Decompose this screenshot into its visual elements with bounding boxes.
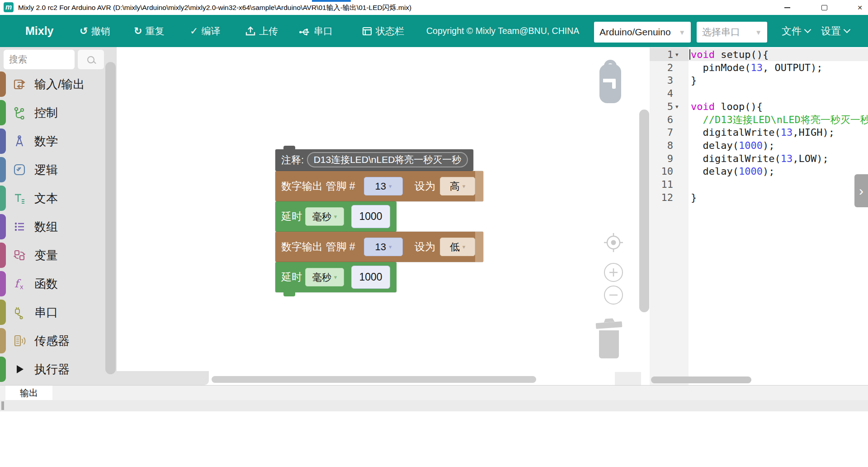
sidebar-item-actuator[interactable]: 执行器 <box>0 355 117 383</box>
window-title: Mixly 2.0 rc2 For Arduino AVR (D:\mixly\… <box>18 0 411 15</box>
block-digital-write-2[interactable]: 数字输出 管脚 # 13 ▾ 设为 低 ▾ <box>275 232 483 262</box>
sidebar-item-array[interactable]: 数组 <box>0 213 117 241</box>
zoom-out-button[interactable] <box>604 286 623 305</box>
statusbar-button[interactable]: 状态栏 <box>362 15 404 47</box>
plus-icon <box>609 267 618 277</box>
serial-icon <box>299 25 311 37</box>
output-resize-handle[interactable] <box>1 401 4 410</box>
block-delay-2[interactable]: 延时 毫秒 ▾ 1000 <box>275 262 396 292</box>
line-number: 2 <box>650 61 673 74</box>
search-input[interactable] <box>4 50 75 69</box>
sidebar-item-label: 数组 <box>34 213 58 241</box>
maximize-button[interactable] <box>811 0 837 15</box>
zoom-in-button[interactable] <box>604 263 623 282</box>
category-color-strip <box>0 300 6 325</box>
upload-button[interactable]: 上传 <box>245 15 278 47</box>
minimize-button[interactable] <box>774 0 800 15</box>
board-selector[interactable]: Arduino/Genuino ▼ <box>594 22 691 43</box>
backpack-icon[interactable] <box>596 58 625 105</box>
serial-label: 串口 <box>314 25 333 38</box>
sidebar-item-function[interactable]: fx函数 <box>0 270 117 298</box>
titlebar: m Mixly 2.0 rc2 For Arduino AVR (D:\mixl… <box>0 0 868 15</box>
code-line-text: delay(1000); <box>691 165 774 178</box>
port-selector-label: 选择串口 <box>702 26 740 38</box>
center-view-icon[interactable] <box>604 233 623 253</box>
category-color-strip <box>0 157 6 182</box>
sidebar-item-label: 输入/输出 <box>34 70 85 98</box>
search-button[interactable] <box>78 50 104 69</box>
block-comment[interactable]: 注释: D13连接LED\nLED将亮一秒灭一秒 <box>275 149 473 171</box>
level-dropdown[interactable]: 高 ▾ <box>440 177 475 195</box>
control-icon <box>12 105 27 120</box>
level-value: 低 <box>450 240 460 254</box>
sidebar-item-math[interactable]: 数学 <box>0 127 117 155</box>
sidebar-item-io[interactable]: 输入/输出 <box>0 70 117 98</box>
menu-file[interactable]: 文件 <box>782 15 810 47</box>
sidebar-item-label: 数学 <box>34 127 58 155</box>
gutter-cell: 7 <box>650 126 689 139</box>
array-icon <box>12 219 27 234</box>
block-digital-write-1[interactable]: 数字输出 管脚 # 13 ▾ 设为 高 ▾ <box>275 171 483 201</box>
pin-dropdown[interactable]: 13 ▾ <box>364 177 403 195</box>
menu-settings[interactable]: 设置 <box>821 15 849 47</box>
gutter-cell: 11 <box>650 178 689 191</box>
collapse-code-panel-button[interactable]: › <box>854 174 868 207</box>
duration-number-block[interactable]: 1000 <box>351 205 390 228</box>
fold-caret-icon[interactable]: ▾ <box>675 100 679 113</box>
sidebar-item-control[interactable]: 控制 <box>0 99 117 127</box>
text-cursor <box>689 49 690 60</box>
compile-label: 编译 <box>201 25 220 38</box>
sidebar-item-label: 执行器 <box>34 355 70 383</box>
comment-block-label: 注释: <box>281 149 304 171</box>
chevron-down-icon: ▼ <box>679 29 685 36</box>
duration-value: 1000 <box>359 271 382 283</box>
compile-button[interactable]: ✓编译 <box>190 15 220 47</box>
tab-output[interactable]: 输出 <box>5 386 52 400</box>
close-button[interactable]: ✕ <box>847 0 868 15</box>
code-line-text: void setup(){ <box>691 48 769 61</box>
chevron-right-icon: › <box>859 183 863 199</box>
unit-dropdown[interactable]: 毫秒 ▾ <box>305 207 344 226</box>
code-horizontal-scrollbar[interactable] <box>651 376 751 383</box>
fold-caret-icon[interactable]: ▾ <box>675 48 679 61</box>
sidebar-item-label: 逻辑 <box>34 156 58 184</box>
level-value: 高 <box>450 180 460 193</box>
sidebar-item-variable[interactable]: 变量 <box>0 241 117 269</box>
port-selector[interactable]: 选择串口 ▼ <box>697 22 767 43</box>
undo-button[interactable]: ↺撤销 <box>80 15 110 47</box>
code-line-text: } <box>691 74 697 87</box>
code-line: 8 delay(1000); <box>650 139 868 152</box>
level-dropdown[interactable]: 低 ▾ <box>440 238 475 256</box>
duration-number-block[interactable]: 1000 <box>351 266 390 289</box>
unit-dropdown[interactable]: 毫秒 ▾ <box>305 268 344 286</box>
canvas-vertical-scrollbar[interactable] <box>639 110 649 312</box>
minimize-icon <box>784 7 790 8</box>
sidebar-item-serial[interactable]: 串口 <box>0 298 117 326</box>
block-connector <box>283 292 295 296</box>
block-edge <box>475 232 483 262</box>
upload-label: 上传 <box>259 25 278 38</box>
sidebar-item-sensor[interactable]: 传感器 <box>0 327 117 355</box>
sensor-icon <box>12 334 27 348</box>
pin-dropdown[interactable]: 13 ▾ <box>364 238 403 256</box>
redo-icon: ↻ <box>134 25 142 37</box>
sidebar-item-logic[interactable]: 逻辑 <box>0 156 117 184</box>
trash-icon[interactable] <box>595 316 623 360</box>
canvas-horizontal-scrollbar[interactable] <box>212 376 536 383</box>
code-line-text: delay(1000); <box>691 139 774 152</box>
sidebar-item-label: 传感器 <box>34 327 70 355</box>
serial-button[interactable]: 串口 <box>299 15 333 47</box>
sidebar-item-text[interactable]: 文本 <box>0 184 117 212</box>
code-line-text: pinMode(13, OUTPUT); <box>691 61 822 74</box>
block-delay-1[interactable]: 延时 毫秒 ▾ 1000 <box>275 201 396 232</box>
gutter-cell: 3 <box>650 74 689 87</box>
close-icon: ✕ <box>857 4 863 11</box>
menu-file-label: 文件 <box>782 24 802 38</box>
chevron-down-icon <box>844 26 851 33</box>
redo-button[interactable]: ↻重复 <box>134 15 164 47</box>
gutter-cell: 2 <box>650 61 689 74</box>
upload-icon <box>245 26 256 37</box>
minus-icon <box>609 290 618 300</box>
comment-text: D13连接LED\nLED将亮一秒灭一秒 <box>314 153 462 166</box>
comment-text-field[interactable]: D13连接LED\nLED将亮一秒灭一秒 <box>307 152 468 167</box>
